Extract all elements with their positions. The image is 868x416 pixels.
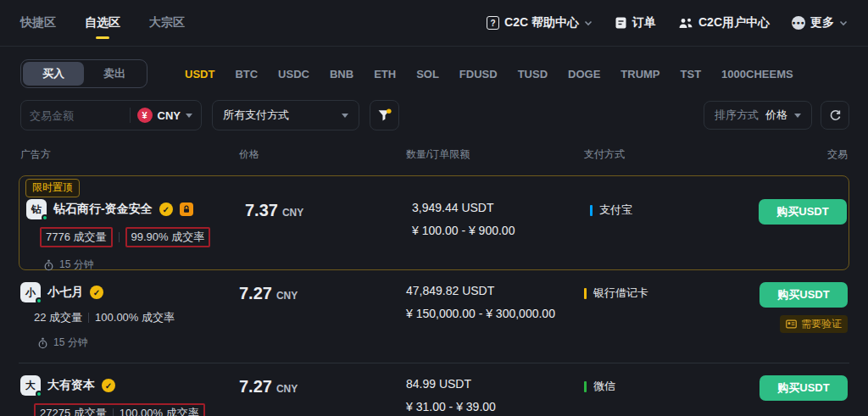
sort-value: 价格 — [765, 108, 787, 123]
annotation-box: 99.90% 成交率 — [125, 227, 211, 247]
order-limit: ¥ 100.00 - ¥ 900.00 — [412, 224, 590, 237]
price-currency: CNY — [276, 383, 298, 395]
release-time: 15 分钟 — [37, 336, 239, 350]
avatar[interactable]: 小 — [20, 282, 41, 302]
sort-select[interactable]: 排序方式 价格 — [704, 101, 812, 130]
table-row: 大 大有资本 ✓ 27275 成交量 100.00% 成交率 — [20, 375, 848, 416]
chevron-down-icon — [186, 114, 192, 118]
table-row: 小 小七月 ✓ 22 成交量 100.00% 成交率 15 分钟 — [20, 282, 848, 350]
release-time: 15 分钟 — [43, 258, 245, 272]
sort-label: 排序方式 — [715, 108, 759, 123]
fiat-code: CNY — [158, 109, 181, 122]
filter-right-group: 排序方式 价格 — [704, 101, 849, 130]
user-center-link[interactable]: C2C用户中心 — [678, 15, 770, 31]
payment-filter-value: 所有支付方式 — [223, 108, 289, 123]
refresh-button[interactable] — [821, 101, 849, 130]
trade-cell: 购买USDT — [754, 375, 848, 401]
time-value: 15 分钟 — [59, 258, 94, 272]
coin-tab-doge[interactable]: DOGE — [568, 68, 600, 80]
merchant-name[interactable]: 小七月 — [47, 285, 83, 300]
orders-link[interactable]: 订单 — [615, 15, 656, 31]
payment-color-bar — [584, 288, 587, 299]
fiat-select[interactable]: ¥ CNY — [137, 108, 192, 123]
more-label: 更多 — [810, 15, 834, 31]
user-center-label: C2C用户中心 — [698, 15, 770, 31]
orders-label: 订单 — [632, 15, 656, 31]
tab-express-zone[interactable]: 快捷区 — [20, 0, 56, 46]
buy-tab[interactable]: 买入 — [23, 62, 84, 86]
amount-filter-box: ¥ CNY — [20, 100, 202, 130]
price-value: 7.27 — [239, 284, 272, 303]
help-center-menu[interactable]: ? C2C 帮助中心 — [487, 15, 593, 31]
completion-rate: 100.00% 成交率 — [120, 406, 199, 416]
merchant-name[interactable]: 大有资本 — [47, 378, 95, 393]
coin-tab-fdusd[interactable]: FDUSD — [459, 68, 498, 80]
more-menu[interactable]: ●●● 更多 — [792, 15, 848, 31]
amount-limit-cell: 3,949.44 USDT ¥ 100.00 - ¥ 900.00 — [412, 199, 590, 237]
online-status-dot — [42, 214, 48, 221]
tab-label: 自选区 — [85, 15, 120, 31]
top-navbar: 快捷区 自选区 大宗区 ? C2C 帮助中心 订单 — [0, 0, 868, 47]
coin-tab-bnb[interactable]: BNB — [330, 68, 353, 80]
coin-tab-eth[interactable]: ETH — [374, 68, 396, 80]
trade-volume: 22 成交量 — [34, 310, 82, 325]
id-card-icon — [786, 319, 797, 329]
coin-tab-sol[interactable]: SOL — [416, 68, 439, 80]
tab-label: 大宗区 — [149, 15, 185, 31]
available-amount: 3,949.44 USDT — [412, 201, 590, 214]
sell-tab[interactable]: 卖出 — [84, 62, 145, 86]
payment-filter-select[interactable]: 所有支付方式 — [212, 100, 359, 130]
trade-volume: 7776 成交量 — [46, 230, 107, 245]
coin-tab-tst[interactable]: TST — [681, 68, 702, 80]
filter-bar: ¥ CNY 所有支付方式 排序方式 价格 — [0, 100, 868, 130]
th-advertiser: 广告方 — [20, 147, 239, 162]
active-tab-underline — [96, 36, 109, 39]
th-payment: 支付方式 — [584, 147, 754, 162]
merchant-stats: 22 成交量 100.00% 成交率 — [34, 310, 239, 325]
amount-limit-cell: 84.99 USDT ¥ 31.00 - ¥ 39.00 — [406, 375, 584, 413]
order-limit: ¥ 150,000.00 - ¥ 300,000.00 — [406, 307, 584, 320]
merchant-name[interactable]: 钻石商行-资金安全 — [53, 202, 153, 217]
price-value: 7.27 — [239, 377, 272, 397]
more-icon: ●●● — [792, 16, 805, 30]
buy-usdt-button[interactable]: 购买USDT — [760, 282, 848, 308]
coin-tab-trump[interactable]: TRUMP — [620, 68, 659, 80]
divider — [88, 313, 89, 323]
time-value: 15 分钟 — [53, 336, 88, 350]
advanced-filter-button[interactable] — [370, 100, 399, 130]
pinned-badge: 限时置顶 — [25, 179, 80, 197]
payment-method: 微信 — [593, 379, 615, 394]
available-amount: 47,849.82 USDT — [406, 284, 584, 297]
payment-color-bar — [584, 381, 587, 392]
payment-cell: 支付宝 — [590, 199, 754, 218]
coin-tab-usdc[interactable]: USDC — [278, 68, 309, 80]
coin-tab-1000cheems[interactable]: 1000CHEEMS — [721, 68, 793, 80]
buy-usdt-button[interactable]: 购买USDT — [759, 199, 847, 225]
avatar[interactable]: 大 — [20, 375, 41, 396]
pinned-offer-card: 限时置顶 钻 钻石商行-资金安全 ✓ 7776 成交量 — [19, 175, 849, 270]
help-center-label: C2C 帮助中心 — [504, 15, 579, 31]
chevron-down-icon — [839, 20, 848, 26]
merchant-stats: 7776 成交量 99.90% 成交率 — [40, 227, 245, 247]
verification-required-badge: 需要验证 — [780, 315, 848, 333]
refresh-icon — [829, 109, 842, 122]
coin-tab-usdt[interactable]: USDT — [185, 68, 214, 80]
avatar[interactable]: 钻 — [26, 199, 47, 219]
coin-tab-tusd[interactable]: TUSD — [518, 68, 548, 80]
trade-cell: 购买USDT — [754, 199, 847, 225]
tab-p2p-zone[interactable]: 自选区 — [85, 0, 120, 46]
tab-block-zone[interactable]: 大宗区 — [149, 0, 185, 46]
buy-usdt-button[interactable]: 购买USDT — [760, 375, 848, 401]
help-icon: ? — [487, 16, 499, 30]
verified-merchant-icon: ✓ — [90, 286, 103, 299]
table-header: 广告方 价格 数量/订单限额 支付方式 交易 — [0, 130, 868, 172]
price-currency: CNY — [276, 290, 298, 302]
security-lock-icon — [180, 202, 193, 216]
advertiser-cell: 钻 钻石商行-资金安全 ✓ 7776 成交量 99.90 — [26, 199, 245, 272]
coin-tab-btc[interactable]: BTC — [235, 68, 258, 80]
price-value: 7.37 — [245, 201, 278, 220]
price-currency: CNY — [282, 207, 303, 219]
offer-row: 大 大有资本 ✓ 27275 成交量 100.00% 成交率 — [0, 363, 868, 416]
amount-input[interactable] — [30, 109, 123, 122]
coin-tabs: USDT BTC USDC BNB ETH SOL FDUSD TUSD DOG… — [185, 68, 793, 80]
